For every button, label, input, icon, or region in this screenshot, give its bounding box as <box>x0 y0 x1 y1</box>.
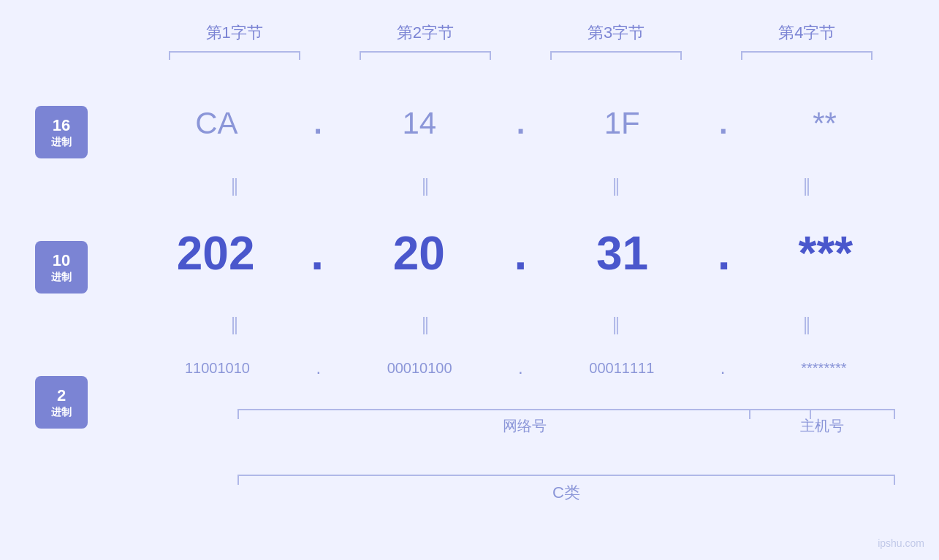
host-label: 主机号 <box>749 416 895 436</box>
bin-dot2: . <box>518 358 523 378</box>
dec-dot2: . <box>514 226 528 280</box>
network-bracket-line <box>237 409 811 410</box>
bin-byte1: 11001010 <box>159 360 275 377</box>
equals-row-1: ‖ ‖ ‖ ‖ <box>117 175 924 196</box>
eq1-3: ‖ <box>558 175 674 196</box>
bin-label: 2 进制 <box>35 376 88 429</box>
class-bracket-line <box>237 475 895 476</box>
dec-byte4: *** <box>767 226 884 280</box>
eq1-2: ‖ <box>367 175 484 196</box>
bin-dot3: . <box>721 358 726 378</box>
class-bracket: C类 <box>237 475 895 504</box>
bracket-2 <box>352 51 498 66</box>
dec-row: 202 . 20 . 31 . *** <box>117 226 924 280</box>
bin-row: 11001010 . 00010100 . 00011111 . *******… <box>117 358 924 378</box>
host-bracket: 主机号 <box>749 409 895 436</box>
eq1-4: ‖ <box>748 175 865 196</box>
hex-row: CA . 14 . 1F . ** <box>117 106 924 141</box>
main-area: 第1字节 第2字节 第3字节 第4字节 CA . 14 . 1F . ** ‖ … <box>117 0 924 560</box>
byte2-header: 第2字节 <box>352 22 498 44</box>
main-container: 16 进制 10 进制 2 进制 第1字节 第2字节 第3字节 第4字节 <box>0 0 939 560</box>
dec-dot3: . <box>718 226 731 280</box>
byte-headers: 第1字节 第2字节 第3字节 第4字节 <box>117 22 924 44</box>
hex-byte3: 1F <box>563 106 680 141</box>
bin-byte3: 00011111 <box>563 360 680 377</box>
eq1-1: ‖ <box>176 175 293 196</box>
hex-dot3: . <box>719 106 728 141</box>
dec-byte3: 31 <box>564 226 681 280</box>
hex-byte4: ** <box>767 106 883 141</box>
bin-byte2: 00010100 <box>361 360 478 377</box>
bracket-3 <box>543 51 689 66</box>
host-bracket-line <box>749 409 895 410</box>
network-bracket: 网络号 <box>237 409 811 436</box>
bracket-4 <box>734 51 880 66</box>
eq2-4: ‖ <box>748 314 865 334</box>
dec-label: 10 进制 <box>35 241 88 294</box>
byte4-header: 第4字节 <box>734 22 880 44</box>
bin-dot1: . <box>316 358 321 378</box>
watermark: ipshu.com <box>878 537 924 549</box>
byte1-header: 第1字节 <box>161 22 308 44</box>
bracket-1 <box>161 51 308 66</box>
hex-dot1: . <box>313 106 322 141</box>
equals-row-2: ‖ ‖ ‖ ‖ <box>117 314 924 334</box>
bin-byte4: ******** <box>765 360 882 377</box>
network-label: 网络号 <box>237 416 811 436</box>
dec-byte1: 202 <box>157 226 274 280</box>
eq2-1: ‖ <box>176 314 293 334</box>
class-label: C类 <box>237 482 895 504</box>
eq2-3: ‖ <box>558 314 674 334</box>
hex-label: 16 进制 <box>35 106 88 158</box>
hex-byte1: CA <box>158 106 275 141</box>
hex-dot2: . <box>517 106 525 141</box>
top-brackets <box>117 51 924 66</box>
dec-byte2: 20 <box>360 226 477 280</box>
eq2-2: ‖ <box>367 314 484 334</box>
dec-dot1: . <box>311 226 324 280</box>
hex-byte2: 14 <box>361 106 478 141</box>
byte3-header: 第3字节 <box>543 22 689 44</box>
